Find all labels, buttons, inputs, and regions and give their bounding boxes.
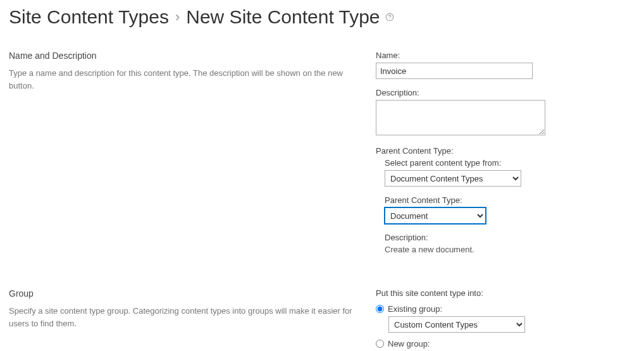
section-group-title: Group bbox=[9, 288, 363, 299]
new-group-radio[interactable] bbox=[376, 340, 384, 348]
help-icon[interactable] bbox=[385, 13, 394, 22]
parent-desc-label: Description: bbox=[385, 233, 635, 242]
description-textarea[interactable] bbox=[376, 100, 545, 135]
description-label: Description: bbox=[376, 88, 635, 97]
svg-point-1 bbox=[389, 19, 390, 20]
section-name-description: Name and Description Type a name and des… bbox=[9, 51, 635, 263]
select-parent-from-dropdown[interactable]: Document Content Types bbox=[385, 170, 521, 187]
parent-content-type-dropdown[interactable]: Document bbox=[385, 207, 486, 224]
breadcrumb-parent-link[interactable]: Site Content Types bbox=[9, 6, 169, 28]
parent-ct-sub-label: Parent Content Type: bbox=[385, 195, 635, 205]
parent-content-type-label: Parent Content Type: bbox=[376, 146, 635, 156]
section-name-title: Name and Description bbox=[9, 51, 363, 61]
breadcrumb-separator-icon: › bbox=[175, 9, 180, 25]
section-name-desc: Type a name and description for this con… bbox=[9, 67, 363, 92]
existing-group-radio[interactable] bbox=[376, 305, 384, 313]
group-put-label: Put this site content type into: bbox=[376, 288, 635, 298]
new-group-label[interactable]: New group: bbox=[388, 339, 430, 348]
existing-group-dropdown[interactable]: Custom Content Types bbox=[388, 316, 525, 333]
existing-group-label[interactable]: Existing group: bbox=[388, 304, 442, 314]
parent-desc-text: Create a new document. bbox=[385, 245, 635, 254]
breadcrumb-current: New Site Content Type bbox=[186, 6, 380, 28]
name-input[interactable] bbox=[376, 63, 533, 79]
breadcrumb: Site Content Types › New Site Content Ty… bbox=[9, 6, 635, 28]
section-group-desc: Specify a site content type group. Categ… bbox=[9, 305, 363, 329]
select-parent-from-label: Select parent content type from: bbox=[385, 158, 635, 168]
name-label: Name: bbox=[376, 51, 635, 60]
section-group: Group Specify a site content type group.… bbox=[9, 288, 635, 351]
